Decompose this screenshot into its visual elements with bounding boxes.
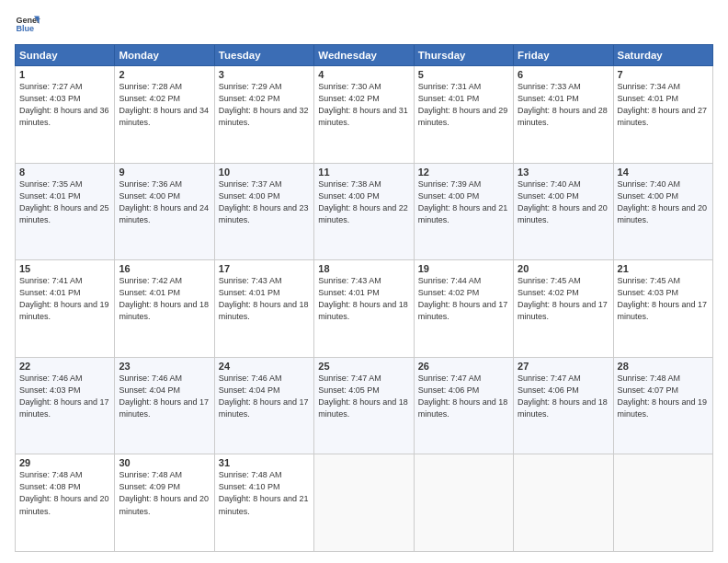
day-number: 16 (119, 263, 210, 274)
cell-info: Sunrise: 7:48 AMSunset: 4:09 PMDaylight:… (119, 469, 210, 517)
day-number: 17 (219, 263, 310, 274)
calendar-week-row: 29 Sunrise: 7:48 AMSunset: 4:08 PMDaylig… (16, 454, 713, 552)
calendar-cell: 11 Sunrise: 7:38 AMSunset: 4:00 PMDaylig… (314, 163, 414, 260)
day-number: 13 (518, 167, 609, 178)
calendar-cell: 19 Sunrise: 7:44 AMSunset: 4:02 PMDaylig… (414, 260, 513, 358)
calendar-cell: 25 Sunrise: 7:47 AMSunset: 4:05 PMDaylig… (314, 357, 414, 454)
logo: General Blue (15, 11, 40, 37)
calendar-cell: 12 Sunrise: 7:39 AMSunset: 4:00 PMDaylig… (414, 163, 513, 260)
day-number: 28 (618, 361, 709, 372)
calendar-cell: 18 Sunrise: 7:43 AMSunset: 4:01 PMDaylig… (314, 260, 414, 358)
day-number: 29 (19, 457, 110, 468)
cell-info: Sunrise: 7:42 AMSunset: 4:01 PMDaylight:… (119, 275, 210, 323)
cell-info: Sunrise: 7:31 AMSunset: 4:01 PMDaylight:… (418, 81, 509, 129)
cell-info: Sunrise: 7:45 AMSunset: 4:03 PMDaylight:… (618, 275, 709, 323)
day-number: 30 (119, 457, 210, 468)
calendar-cell (414, 454, 513, 552)
calendar-cell: 20 Sunrise: 7:45 AMSunset: 4:02 PMDaylig… (514, 260, 613, 358)
day-number: 2 (119, 69, 210, 80)
calendar-table: SundayMondayTuesdayWednesdayThursdayFrid… (15, 44, 713, 552)
day-number: 21 (618, 263, 709, 274)
day-number: 11 (318, 167, 409, 178)
calendar-cell: 2 Sunrise: 7:28 AMSunset: 4:02 PMDayligh… (115, 66, 214, 164)
cell-info: Sunrise: 7:28 AMSunset: 4:02 PMDaylight:… (119, 81, 210, 129)
calendar-cell: 28 Sunrise: 7:48 AMSunset: 4:07 PMDaylig… (613, 357, 712, 454)
cell-info: Sunrise: 7:48 AMSunset: 4:08 PMDaylight:… (19, 469, 110, 517)
calendar-cell: 23 Sunrise: 7:46 AMSunset: 4:04 PMDaylig… (115, 357, 214, 454)
calendar-cell: 8 Sunrise: 7:35 AMSunset: 4:01 PMDayligh… (16, 163, 115, 260)
calendar-cell: 7 Sunrise: 7:34 AMSunset: 4:01 PMDayligh… (613, 66, 712, 164)
calendar-cell: 5 Sunrise: 7:31 AMSunset: 4:01 PMDayligh… (414, 66, 513, 164)
calendar-cell: 3 Sunrise: 7:29 AMSunset: 4:02 PMDayligh… (214, 66, 313, 164)
cell-info: Sunrise: 7:35 AMSunset: 4:01 PMDaylight:… (19, 178, 110, 226)
svg-text:Blue: Blue (16, 24, 34, 33)
calendar-day-header: Friday (514, 45, 613, 66)
cell-info: Sunrise: 7:48 AMSunset: 4:10 PMDaylight:… (219, 469, 310, 517)
calendar-cell: 10 Sunrise: 7:37 AMSunset: 4:00 PMDaylig… (214, 163, 313, 260)
calendar-cell: 17 Sunrise: 7:43 AMSunset: 4:01 PMDaylig… (214, 260, 313, 358)
calendar-week-row: 22 Sunrise: 7:46 AMSunset: 4:03 PMDaylig… (16, 357, 713, 454)
day-number: 23 (119, 361, 210, 372)
cell-info: Sunrise: 7:37 AMSunset: 4:00 PMDaylight:… (219, 178, 310, 226)
calendar-week-row: 8 Sunrise: 7:35 AMSunset: 4:01 PMDayligh… (16, 163, 713, 260)
day-number: 19 (418, 263, 509, 274)
day-number: 31 (219, 457, 310, 468)
cell-info: Sunrise: 7:29 AMSunset: 4:02 PMDaylight:… (219, 81, 310, 129)
day-number: 18 (318, 263, 409, 274)
day-number: 26 (418, 361, 509, 372)
cell-info: Sunrise: 7:39 AMSunset: 4:00 PMDaylight:… (418, 178, 509, 226)
calendar-cell: 30 Sunrise: 7:48 AMSunset: 4:09 PMDaylig… (115, 454, 214, 552)
day-number: 24 (219, 361, 310, 372)
cell-info: Sunrise: 7:47 AMSunset: 4:06 PMDaylight:… (518, 373, 609, 420)
calendar-cell: 26 Sunrise: 7:47 AMSunset: 4:06 PMDaylig… (414, 357, 513, 454)
calendar-cell: 9 Sunrise: 7:36 AMSunset: 4:00 PMDayligh… (115, 163, 214, 260)
calendar-day-header: Thursday (414, 45, 513, 66)
cell-info: Sunrise: 7:36 AMSunset: 4:00 PMDaylight:… (119, 178, 210, 226)
logo-icon: General Blue (15, 11, 40, 37)
day-number: 14 (618, 167, 709, 178)
cell-info: Sunrise: 7:45 AMSunset: 4:02 PMDaylight:… (518, 275, 609, 323)
calendar-cell: 24 Sunrise: 7:46 AMSunset: 4:04 PMDaylig… (214, 357, 313, 454)
cell-info: Sunrise: 7:47 AMSunset: 4:06 PMDaylight:… (418, 373, 509, 420)
calendar-header-row: SundayMondayTuesdayWednesdayThursdayFrid… (16, 45, 713, 66)
calendar-page: General Blue SundayMondayTuesdayWednesda… (0, 0, 728, 563)
calendar-cell: 16 Sunrise: 7:42 AMSunset: 4:01 PMDaylig… (115, 260, 214, 358)
cell-info: Sunrise: 7:43 AMSunset: 4:01 PMDaylight:… (318, 275, 409, 323)
calendar-cell: 15 Sunrise: 7:41 AMSunset: 4:01 PMDaylig… (16, 260, 115, 358)
day-number: 25 (318, 361, 409, 372)
cell-info: Sunrise: 7:30 AMSunset: 4:02 PMDaylight:… (318, 81, 409, 129)
calendar-day-header: Sunday (16, 45, 115, 66)
cell-info: Sunrise: 7:38 AMSunset: 4:00 PMDaylight:… (318, 178, 409, 226)
cell-info: Sunrise: 7:41 AMSunset: 4:01 PMDaylight:… (19, 275, 110, 323)
day-number: 10 (219, 167, 310, 178)
cell-info: Sunrise: 7:40 AMSunset: 4:00 PMDaylight:… (518, 178, 609, 226)
day-number: 5 (418, 69, 509, 80)
day-number: 27 (518, 361, 609, 372)
calendar-cell: 14 Sunrise: 7:40 AMSunset: 4:00 PMDaylig… (613, 163, 712, 260)
calendar-cell: 4 Sunrise: 7:30 AMSunset: 4:02 PMDayligh… (314, 66, 414, 164)
cell-info: Sunrise: 7:47 AMSunset: 4:05 PMDaylight:… (318, 373, 409, 420)
cell-info: Sunrise: 7:33 AMSunset: 4:01 PMDaylight:… (518, 81, 609, 129)
calendar-cell: 21 Sunrise: 7:45 AMSunset: 4:03 PMDaylig… (613, 260, 712, 358)
calendar-cell (613, 454, 712, 552)
calendar-cell: 13 Sunrise: 7:40 AMSunset: 4:00 PMDaylig… (514, 163, 613, 260)
day-number: 12 (418, 167, 509, 178)
day-number: 7 (618, 69, 709, 80)
cell-info: Sunrise: 7:43 AMSunset: 4:01 PMDaylight:… (219, 275, 310, 323)
day-number: 1 (19, 69, 110, 80)
calendar-day-header: Wednesday (314, 45, 414, 66)
calendar-cell: 1 Sunrise: 7:27 AMSunset: 4:03 PMDayligh… (16, 66, 115, 164)
cell-info: Sunrise: 7:34 AMSunset: 4:01 PMDaylight:… (618, 81, 709, 129)
cell-info: Sunrise: 7:46 AMSunset: 4:04 PMDaylight:… (219, 373, 310, 420)
cell-info: Sunrise: 7:46 AMSunset: 4:04 PMDaylight:… (119, 373, 210, 420)
calendar-cell (314, 454, 414, 552)
cell-info: Sunrise: 7:40 AMSunset: 4:00 PMDaylight:… (618, 178, 709, 226)
cell-info: Sunrise: 7:48 AMSunset: 4:07 PMDaylight:… (618, 373, 709, 420)
calendar-cell: 6 Sunrise: 7:33 AMSunset: 4:01 PMDayligh… (514, 66, 613, 164)
cell-info: Sunrise: 7:46 AMSunset: 4:03 PMDaylight:… (19, 373, 110, 420)
calendar-day-header: Saturday (613, 45, 712, 66)
day-number: 22 (19, 361, 110, 372)
calendar-cell: 22 Sunrise: 7:46 AMSunset: 4:03 PMDaylig… (16, 357, 115, 454)
calendar-cell: 27 Sunrise: 7:47 AMSunset: 4:06 PMDaylig… (514, 357, 613, 454)
calendar-week-row: 15 Sunrise: 7:41 AMSunset: 4:01 PMDaylig… (16, 260, 713, 358)
